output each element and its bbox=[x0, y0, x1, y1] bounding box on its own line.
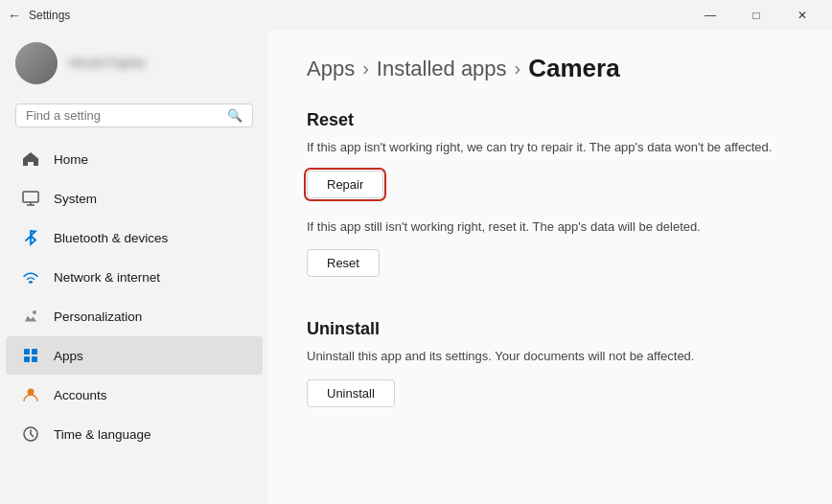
search-box[interactable]: 🔍 bbox=[15, 103, 253, 127]
uninstall-button[interactable]: Uninstall bbox=[307, 379, 395, 407]
sidebar: Hiroshi Fujimie 🔍 Home bbox=[0, 31, 268, 504]
network-icon bbox=[21, 267, 40, 286]
sidebar-item-network-label: Network & internet bbox=[54, 270, 160, 285]
avatar bbox=[15, 42, 58, 84]
sidebar-item-time-label: Time & language bbox=[54, 427, 151, 442]
svg-rect-3 bbox=[32, 349, 37, 355]
uninstall-desc: Uninstall this app and its settings. You… bbox=[307, 347, 794, 366]
uninstall-title: Uninstall bbox=[307, 319, 794, 339]
breadcrumb-installed-apps[interactable]: Installed apps bbox=[377, 57, 507, 81]
reset-button[interactable]: Reset bbox=[307, 249, 380, 277]
repair-button[interactable]: Repair bbox=[307, 171, 383, 198]
sidebar-item-network[interactable]: Network & internet bbox=[6, 258, 263, 296]
search-icon: 🔍 bbox=[227, 108, 243, 123]
search-input[interactable] bbox=[26, 108, 220, 123]
personalization-icon bbox=[21, 307, 40, 326]
sidebar-item-home-label: Home bbox=[54, 152, 88, 167]
repair-desc: If this app isn't working right, we can … bbox=[307, 138, 794, 157]
breadcrumb-sep-2: › bbox=[515, 57, 521, 80]
breadcrumb-sep-1: › bbox=[362, 57, 369, 80]
svg-point-1 bbox=[33, 310, 36, 314]
home-icon bbox=[21, 149, 40, 169]
sidebar-item-accounts[interactable]: Accounts bbox=[6, 376, 263, 414]
reset-title: Reset bbox=[307, 110, 794, 130]
breadcrumb: Apps › Installed apps › Camera bbox=[307, 54, 794, 83]
minimize-button[interactable]: — bbox=[688, 0, 732, 31]
sidebar-item-apps[interactable]: Apps bbox=[6, 336, 263, 375]
sidebar-item-time[interactable]: Time & language bbox=[6, 415, 263, 453]
sidebar-nav: Home System Bluetooth & devices bbox=[0, 139, 268, 454]
time-icon bbox=[21, 424, 40, 444]
svg-rect-4 bbox=[24, 356, 30, 362]
reset-desc: If this app still isn't working right, r… bbox=[307, 218, 794, 237]
svg-rect-0 bbox=[23, 192, 38, 202]
close-button[interactable]: ✕ bbox=[780, 0, 824, 31]
sidebar-item-personalization[interactable]: Personalization bbox=[6, 297, 263, 335]
uninstall-section: Uninstall Uninstall this app and its set… bbox=[307, 319, 794, 426]
user-name: Hiroshi Fujimie bbox=[69, 57, 145, 70]
breadcrumb-apps[interactable]: Apps bbox=[307, 57, 355, 81]
user-section[interactable]: Hiroshi Fujimie bbox=[0, 31, 268, 100]
accounts-icon bbox=[21, 385, 40, 404]
maximize-button[interactable]: □ bbox=[734, 0, 778, 31]
sidebar-item-system-label: System bbox=[54, 192, 97, 206]
svg-rect-2 bbox=[24, 349, 30, 355]
bluetooth-icon bbox=[21, 228, 40, 247]
sidebar-item-apps-label: Apps bbox=[54, 349, 83, 363]
sidebar-item-bluetooth[interactable]: Bluetooth & devices bbox=[6, 218, 263, 257]
sidebar-item-home[interactable]: Home bbox=[6, 140, 263, 178]
apps-icon bbox=[21, 346, 40, 365]
svg-rect-5 bbox=[32, 356, 37, 362]
main-content: Apps › Installed apps › Camera Reset If … bbox=[268, 31, 832, 504]
system-icon bbox=[21, 189, 40, 208]
sidebar-item-bluetooth-label: Bluetooth & devices bbox=[54, 231, 168, 245]
reset-section: Reset If this app isn't working right, w… bbox=[307, 110, 794, 296]
app-title: Settings bbox=[29, 9, 70, 22]
title-bar: ← Settings — □ ✕ bbox=[0, 0, 832, 31]
sidebar-item-personalization-label: Personalization bbox=[54, 309, 142, 324]
sidebar-item-system[interactable]: System bbox=[6, 179, 263, 218]
sidebar-item-accounts-label: Accounts bbox=[54, 388, 107, 402]
breadcrumb-current: Camera bbox=[528, 54, 619, 83]
back-icon[interactable]: ← bbox=[8, 8, 21, 23]
